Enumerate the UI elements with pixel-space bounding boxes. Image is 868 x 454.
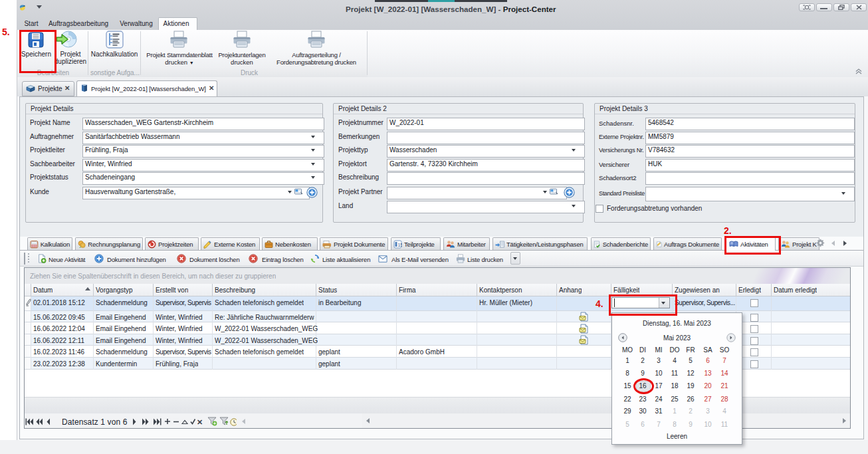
svg-text:Datensatz 1 von 6: Datensatz 1 von 6 xyxy=(62,418,128,425)
svg-text:15: 15 xyxy=(398,243,403,247)
